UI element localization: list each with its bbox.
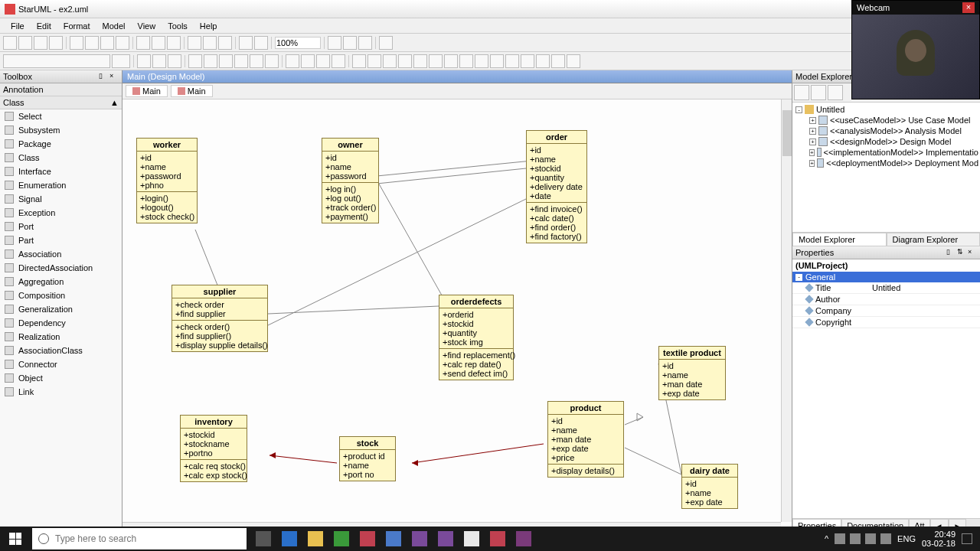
me-sort-button[interactable] xyxy=(794,85,809,100)
tree-analysis[interactable]: +<<analysisModel>> Analysis Model xyxy=(794,126,978,136)
tray-icon-4[interactable] xyxy=(880,533,891,544)
find-button[interactable] xyxy=(167,36,181,50)
tool-exception[interactable]: Exception xyxy=(0,206,122,220)
tool-connector[interactable]: Connector xyxy=(0,357,122,371)
arrange-6-button[interactable] xyxy=(429,54,443,68)
task-view-button[interactable] xyxy=(251,528,276,549)
taskbar-app-6[interactable] xyxy=(407,528,432,549)
sort-icon[interactable]: ⇅ xyxy=(957,248,966,257)
arrange-14-button[interactable] xyxy=(551,54,565,68)
menu-format[interactable]: Format xyxy=(57,20,96,32)
copy-button[interactable] xyxy=(85,36,99,50)
tool-composition[interactable]: Composition xyxy=(0,289,122,302)
tool-enumeration[interactable]: Enumeration xyxy=(0,178,122,192)
expand-icon[interactable]: + xyxy=(809,117,816,124)
font-size[interactable] xyxy=(112,54,130,68)
scrollbar-thumb[interactable] xyxy=(782,110,792,156)
class-orderdefects[interactable]: orderdefects +orderid+stockid+quantity+s… xyxy=(439,295,514,380)
tool-d-button[interactable] xyxy=(239,36,253,50)
taskbar-app-1[interactable] xyxy=(277,528,302,549)
arrange-5-button[interactable] xyxy=(413,54,427,68)
tree-design[interactable]: +<<designModel>> Design Model xyxy=(794,136,978,147)
zoom-in-button[interactable] xyxy=(343,36,357,50)
arrange-4-button[interactable] xyxy=(398,54,412,68)
tool-directedassociation[interactable]: DirectedAssociation xyxy=(0,261,122,275)
tray-language[interactable]: ENG xyxy=(897,534,916,543)
zoom-fit-button[interactable] xyxy=(358,36,372,50)
tool-association[interactable]: Association xyxy=(0,247,122,261)
tray-expand[interactable]: ^ xyxy=(825,534,828,543)
zoom-out-button[interactable] xyxy=(328,36,341,50)
arrange-15-button[interactable] xyxy=(567,54,580,68)
taskbar-app-9[interactable] xyxy=(485,528,510,549)
tool-package[interactable]: Package xyxy=(0,137,122,151)
taskbar-app-10[interactable] xyxy=(511,528,536,549)
class-supplier[interactable]: supplier +check order+find supplier +che… xyxy=(172,285,268,352)
tool-a-button[interactable] xyxy=(188,36,201,50)
tree-usecase[interactable]: +<<useCaseModel>> Use Case Model xyxy=(794,115,978,126)
search-box[interactable] xyxy=(32,528,247,549)
class-dairy-date[interactable]: dairy date +id+name+exp date xyxy=(681,464,738,509)
align-6-button[interactable] xyxy=(265,54,279,68)
print-button[interactable] xyxy=(49,36,63,50)
taskbar-app-8[interactable] xyxy=(459,528,484,549)
expand-icon[interactable]: + xyxy=(809,128,816,135)
tree-deployment[interactable]: +<<deploymentModel>> Deployment Mod xyxy=(794,158,978,168)
webcam-close-button[interactable]: × xyxy=(962,2,975,13)
class-textile-product[interactable]: textile product +id+name+man date+exp da… xyxy=(658,346,726,400)
pin-icon[interactable]: ▯ xyxy=(99,72,108,81)
undo-button[interactable] xyxy=(136,36,150,50)
tree-implementation[interactable]: +<<implementationModel>> Implementatio xyxy=(794,147,978,158)
tool-associationclass[interactable]: AssociationClass xyxy=(0,344,122,357)
expand-icon[interactable]: + xyxy=(809,139,816,145)
menu-model[interactable]: Model xyxy=(96,20,132,32)
prop-value[interactable] xyxy=(869,305,980,316)
webcam-overlay[interactable]: Webcam × xyxy=(851,0,980,99)
line-color-button[interactable] xyxy=(168,54,181,68)
tool-b-button[interactable] xyxy=(203,36,217,50)
expand-icon[interactable]: + xyxy=(809,160,815,167)
taskbar-app-4[interactable] xyxy=(355,528,380,549)
properties-group-general[interactable]: -General xyxy=(792,272,980,282)
tool-signal[interactable]: Signal xyxy=(0,192,122,206)
arrange-12-button[interactable] xyxy=(521,54,534,68)
arrange-8-button[interactable] xyxy=(459,54,473,68)
taskbar-app-3[interactable] xyxy=(329,528,354,549)
tool-select[interactable]: Select xyxy=(0,109,122,123)
prop-value[interactable]: Untitled xyxy=(869,282,980,293)
tab-main-2[interactable]: Main xyxy=(171,85,213,97)
me-options-button[interactable] xyxy=(828,85,843,100)
taskbar-app-5[interactable] xyxy=(381,528,406,549)
prop-row-author[interactable]: Author xyxy=(792,294,980,305)
tool-port[interactable]: Port xyxy=(0,220,122,233)
tool-f-button[interactable] xyxy=(379,36,393,50)
tool-e-button[interactable] xyxy=(254,36,268,50)
layout-2-button[interactable] xyxy=(301,54,315,68)
align-5-button[interactable] xyxy=(250,54,263,68)
font-color-button[interactable] xyxy=(137,54,151,68)
arrange-13-button[interactable] xyxy=(536,54,550,68)
collapse-icon[interactable]: ▲ xyxy=(110,98,119,107)
fill-color-button[interactable] xyxy=(152,54,166,68)
close-icon[interactable]: × xyxy=(109,72,119,81)
class-worker[interactable]: worker +id+name+password+phno +login()+l… xyxy=(136,138,198,223)
class-owner[interactable]: owner +id+name+password +log in()+log ou… xyxy=(322,138,379,223)
menu-tools[interactable]: Tools xyxy=(162,20,194,32)
menu-edit[interactable]: Edit xyxy=(31,20,57,32)
tab-main-1[interactable]: Main xyxy=(126,85,168,97)
pin-icon[interactable]: ▯ xyxy=(946,248,956,257)
redo-button[interactable] xyxy=(152,36,165,50)
tray-icon-1[interactable] xyxy=(835,533,845,544)
tab-diagram-explorer[interactable]: Diagram Explorer xyxy=(887,233,981,246)
tray-icon-2[interactable] xyxy=(850,533,861,544)
arrange-9-button[interactable] xyxy=(475,54,488,68)
tool-link[interactable]: Link xyxy=(0,385,122,399)
layout-1-button[interactable] xyxy=(286,54,299,68)
open-button[interactable] xyxy=(18,36,32,50)
new-button[interactable] xyxy=(3,36,17,50)
collapse-icon[interactable]: - xyxy=(795,106,802,113)
webcam-titlebar[interactable]: Webcam × xyxy=(852,1,979,15)
arrange-1-button[interactable] xyxy=(352,54,366,68)
class-section[interactable]: Class▲ xyxy=(0,96,122,109)
search-input[interactable] xyxy=(55,533,240,544)
